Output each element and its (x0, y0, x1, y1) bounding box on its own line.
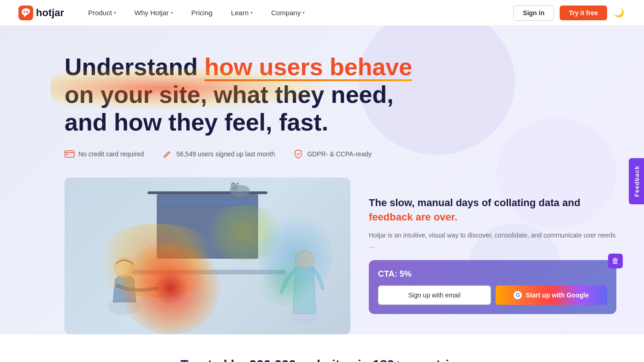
chevron-down-icon: ▾ (171, 10, 173, 15)
nav-item-why-hotjar[interactable]: Why Hotjar ▾ (125, 0, 182, 26)
logo-text: hotjar (36, 7, 64, 19)
feedback-sidebar: Feedback (629, 158, 644, 204)
signin-button[interactable]: Sign in (513, 5, 554, 21)
cta-card: CTA: 5% Sign up with email G Start up wi… (369, 260, 616, 314)
nav-actions: Sign in Try it free 🌙 (513, 5, 626, 21)
nav-item-pricing[interactable]: Pricing (182, 0, 222, 26)
logo[interactable]: hotjar (18, 6, 64, 20)
illustration-svg (65, 178, 350, 334)
google-icon: G (514, 291, 522, 299)
try-free-button[interactable]: Try it free (560, 6, 607, 20)
hero-title: Understand how users behave on your site… (65, 53, 443, 136)
nav-links: Product ▾ Why Hotjar ▾ Pricing Learn ▾ C… (79, 0, 513, 26)
google-signup-button[interactable]: G Start up with Google (496, 285, 608, 305)
hero-lower: The slow, manual days of collating data … (65, 178, 616, 334)
hero-badges: No credit card required 56,549 users sig… (65, 149, 616, 159)
chevron-down-icon: ▾ (302, 10, 305, 15)
dark-mode-toggle[interactable]: 🌙 (613, 6, 626, 19)
badge-users-signed-up: 56,549 users signed up last month (162, 149, 275, 159)
chevron-down-icon: ▾ (114, 10, 116, 15)
svg-point-1 (24, 11, 25, 13)
svg-rect-5 (66, 154, 68, 155)
feedback-tab[interactable]: Feedback (629, 158, 644, 204)
pencil-icon (162, 149, 172, 159)
nav-item-company[interactable]: Company ▾ (262, 0, 314, 26)
hotjar-logo-icon (18, 6, 33, 20)
svg-rect-8 (161, 201, 254, 204)
cta-label: CTA: 5% (378, 269, 607, 279)
shield-check-icon (293, 149, 303, 159)
hero-heatmap-image (65, 178, 350, 334)
svg-point-2 (26, 11, 28, 13)
delete-button[interactable]: 🗑 (608, 254, 623, 268)
hero-subtitle: The slow, manual days of collating data … (369, 196, 616, 225)
svg-rect-9 (129, 270, 286, 274)
svg-point-13 (295, 250, 313, 269)
hero-right-content: The slow, manual days of collating data … (369, 178, 616, 314)
badge-gdpr: GDPR- & CCPA-ready (293, 149, 372, 159)
chevron-down-icon: ▾ (250, 10, 253, 15)
cta-buttons: Sign up with email G Start up with Googl… (378, 285, 607, 305)
scene-illustration (65, 178, 350, 334)
hero-content: Understand how users behave on your site… (65, 53, 616, 334)
hero-subtitle-highlight: feedback are over. (369, 211, 457, 223)
nav-item-product[interactable]: Product ▾ (79, 0, 125, 26)
trusted-section: Trusted by 900,000 websites in 180+ coun… (0, 334, 644, 362)
navigation: hotjar Product ▾ Why Hotjar ▾ Pricing Le… (0, 0, 644, 26)
badge-no-credit-card: No credit card required (65, 149, 144, 159)
credit-card-icon (65, 149, 75, 159)
trusted-title: Trusted by 900,000 websites in 180+ coun… (37, 357, 607, 362)
nav-item-learn[interactable]: Learn ▾ (222, 0, 262, 26)
hero-title-highlight: how users behave (204, 53, 412, 80)
hero-description: Hotjar is an intuitive, visual way to di… (369, 230, 616, 251)
svg-point-12 (290, 313, 318, 324)
email-signup-button[interactable]: Sign up with email (378, 285, 491, 305)
hero-section: Understand how users behave on your site… (0, 26, 644, 334)
